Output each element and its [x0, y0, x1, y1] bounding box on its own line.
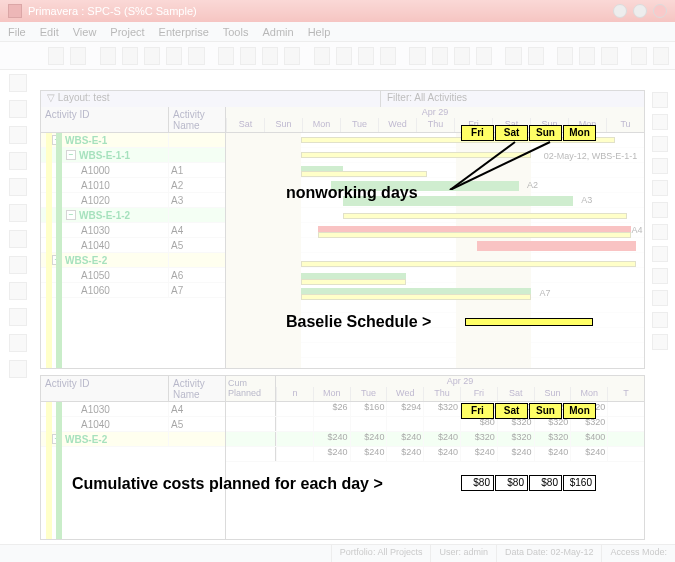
dashboard-icon[interactable] [9, 256, 27, 274]
wbs-row[interactable]: −WBS-E-2 [41, 253, 225, 268]
cost-cell: $240 [350, 447, 387, 461]
wbs-icon[interactable] [188, 47, 204, 65]
menu-view[interactable]: View [73, 26, 97, 38]
zoom-out-icon[interactable] [653, 47, 669, 65]
level-icon[interactable] [652, 312, 668, 328]
tool-a-icon[interactable] [218, 47, 234, 65]
menu-edit[interactable]: Edit [40, 26, 59, 38]
resources-icon[interactable] [9, 178, 27, 196]
activity-row[interactable]: A1000A1 [41, 163, 225, 178]
wbs-row[interactable]: −WBS-E-1-2 [41, 208, 225, 223]
activity-row[interactable]: A1040A5 [41, 238, 225, 253]
activity-row[interactable]: A1040A5 [41, 417, 225, 432]
issues-icon[interactable] [9, 308, 27, 326]
reports-icon[interactable] [9, 204, 27, 222]
collapse-icon[interactable] [476, 47, 492, 65]
rel-icon[interactable] [652, 224, 668, 240]
layout-icon[interactable] [100, 47, 116, 65]
calendar-icon[interactable] [358, 47, 374, 65]
report-icon[interactable] [601, 47, 617, 65]
cut-icon[interactable] [652, 136, 668, 152]
copy-icon[interactable] [652, 158, 668, 174]
cost-row[interactable]: $240$240$240$240$240$240$240$240 [226, 447, 644, 462]
doc-icon[interactable] [652, 290, 668, 306]
activity-row[interactable]: A1030A4 [41, 223, 225, 238]
col-activity-id[interactable]: Activity ID [41, 107, 169, 132]
menu-file[interactable]: File [8, 26, 26, 38]
col-activity-name[interactable]: Activity Name [169, 376, 225, 401]
link-icon[interactable] [314, 47, 330, 65]
zoom-in-icon[interactable] [631, 47, 647, 65]
bar-label: A7 [540, 288, 551, 298]
resource-icon[interactable] [336, 47, 352, 65]
search-icon[interactable] [557, 47, 573, 65]
tool-b-icon[interactable] [240, 47, 256, 65]
activity-row[interactable]: A1060A7 [41, 283, 225, 298]
settings-icon[interactable] [579, 47, 595, 65]
highlight-day-sat: Sat [495, 125, 528, 141]
print-icon[interactable] [48, 47, 64, 65]
activity-row[interactable]: A1020A3 [41, 193, 225, 208]
day-cell: Sun [264, 118, 302, 132]
tracking-icon[interactable] [9, 230, 27, 248]
cost-row[interactable]: $240$240$240$240$320$320$320$400 [226, 432, 644, 447]
minimize-button[interactable] [613, 4, 627, 18]
step-icon[interactable] [652, 246, 668, 262]
collapse-toggle[interactable]: − [66, 210, 76, 220]
filter-indicator[interactable]: Filter: All Activities [381, 91, 644, 107]
expense-icon[interactable] [652, 268, 668, 284]
col-activity-id[interactable]: Activity ID [41, 376, 169, 401]
gantt-icon[interactable] [122, 47, 138, 65]
menu-project[interactable]: Project [110, 26, 144, 38]
tool-d-icon[interactable] [284, 47, 300, 65]
wbs-row[interactable]: −WBS-E-2 [41, 432, 225, 447]
expand-icon[interactable] [454, 47, 470, 65]
menu-help[interactable]: Help [308, 26, 331, 38]
close-button[interactable] [653, 4, 667, 18]
risk-icon[interactable] [9, 282, 27, 300]
activity-row[interactable]: A1010A2 [41, 178, 225, 193]
cost-cell [276, 417, 313, 431]
code-icon[interactable] [380, 47, 396, 65]
menu-admin[interactable]: Admin [262, 26, 293, 38]
menu-tools[interactable]: Tools [223, 26, 249, 38]
paste-icon[interactable] [652, 180, 668, 196]
activities-icon[interactable] [9, 152, 27, 170]
highlight-day-fri-2: Fri [461, 403, 494, 419]
indent-right-icon[interactable] [432, 47, 448, 65]
lower-panel: Activity ID Activity Name A1030A4A1040A5… [40, 375, 645, 540]
add-icon[interactable] [652, 92, 668, 108]
nav-fwd-icon[interactable] [9, 360, 27, 378]
assign-icon[interactable] [652, 202, 668, 218]
indent-left-icon[interactable] [409, 47, 425, 65]
day-cell: T [607, 387, 644, 401]
col-activity-name[interactable]: Activity Name [169, 107, 225, 132]
day-cell: Fri [460, 387, 497, 401]
menu-enterprise[interactable]: Enterprise [159, 26, 209, 38]
svg-line-0 [450, 142, 515, 190]
flow-icon[interactable] [144, 47, 160, 65]
projects-icon[interactable] [9, 74, 27, 92]
cost-row[interactable]: $80$320$320$320 [226, 417, 644, 432]
col-cum-planned[interactable]: Cum Planned [226, 376, 276, 401]
maximize-button[interactable] [633, 4, 647, 18]
wbs-row[interactable]: −WBS-E-1-1 [41, 148, 225, 163]
cost-cell: $240 [350, 432, 387, 446]
layout-indicator[interactable]: ▽ Layout: test [41, 91, 381, 107]
baseline-icon[interactable] [652, 334, 668, 350]
activity-row[interactable]: A1030A4 [41, 402, 225, 417]
enterprise-icon[interactable] [9, 100, 27, 118]
sort-icon[interactable] [528, 47, 544, 65]
wbs-row[interactable]: −WBS-E-1 [41, 133, 225, 148]
cost-table[interactable]: Cum Planned Apr 29 nMonTueWedThuFriSatSu… [226, 376, 644, 539]
status-data-date: Data Date: 02-May-12 [496, 545, 602, 562]
table-icon[interactable] [166, 47, 182, 65]
activity-row[interactable]: A1050A6 [41, 268, 225, 283]
preview-icon[interactable] [70, 47, 86, 65]
tool-c-icon[interactable] [262, 47, 278, 65]
delete-icon[interactable] [652, 114, 668, 130]
nav-back-icon[interactable] [9, 334, 27, 352]
collapse-toggle[interactable]: − [66, 150, 76, 160]
filter-icon[interactable] [505, 47, 521, 65]
wbs-tree-icon[interactable] [9, 126, 27, 144]
